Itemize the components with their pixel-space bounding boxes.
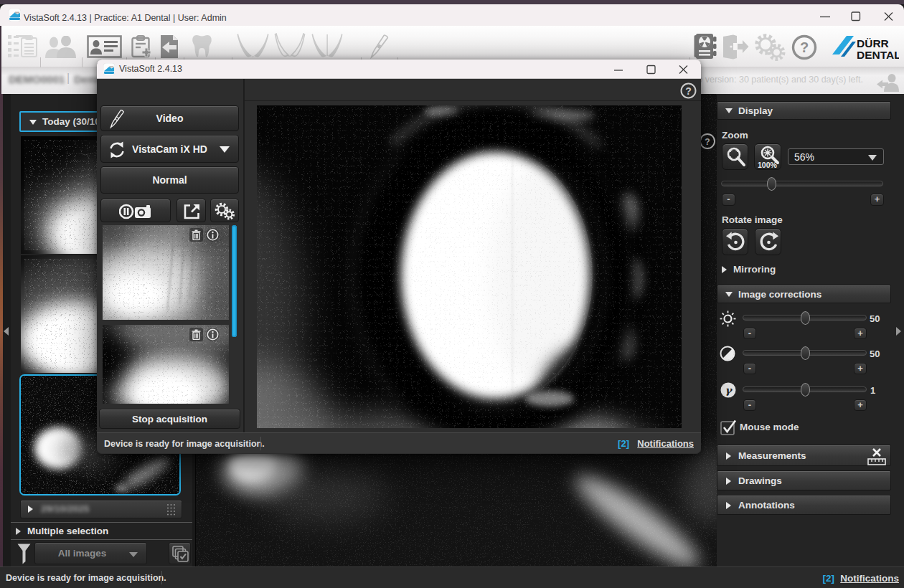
expand-multiple-selection-icon[interactable] [16,528,21,535]
gamma-slider[interactable] [743,387,867,392]
display-panel-header[interactable]: Display [717,101,891,120]
patients-icon[interactable] [44,36,77,58]
status-separator [161,571,162,584]
collapse-group-icon [29,120,37,125]
gears-icon [215,202,236,221]
dialog-notification-count[interactable]: [2] [618,438,629,449]
profile-button[interactable]: Normal [100,166,239,194]
dialog-content: ? Video [97,79,701,454]
zoom-minus-button[interactable]: - [722,194,735,206]
gamma-minus-button[interactable]: - [743,399,756,411]
arch-lower-icon[interactable] [274,33,306,60]
collapse-sidebar-icon[interactable] [4,327,9,336]
main-window-controls[interactable] [816,10,902,23]
drawings-header[interactable]: Drawings [717,470,891,490]
tooth-icon[interactable] [192,34,212,58]
dialog-titlebar[interactable]: VistaSoft 2.4.13 [97,60,701,79]
delete-image-button[interactable] [189,328,203,341]
intraoral-camera-icon[interactable] [367,33,391,60]
expand-mirroring-icon[interactable] [722,266,727,273]
info-icon [207,229,219,241]
brightness-slider[interactable] [743,315,867,321]
captured-image-1[interactable] [103,225,229,320]
live-video-view[interactable] [257,105,682,428]
detach-window-button[interactable] [176,199,206,222]
video-mode-button[interactable]: Video [100,105,239,131]
acquisition-settings-button[interactable] [210,199,239,222]
notifications-link[interactable]: Notifications [840,573,899,584]
gamma-plus-button[interactable]: + [854,399,867,411]
measurements-header[interactable]: Measurements [717,445,891,466]
sidebar-collapse-rail[interactable] [3,94,11,566]
dialog-status-bar: Device is ready for image acquisition. [… [97,432,701,453]
measurements-label: Measurements [738,450,806,461]
contrast-minus-button[interactable]: - [743,363,756,374]
drag-handle-icon[interactable] [166,503,176,516]
close-icon[interactable] [885,13,893,21]
brightness-value: 50 [870,313,880,324]
chevron-down-icon [129,552,138,557]
logout-icon[interactable] [722,34,749,60]
change-user-icon[interactable] [877,74,899,92]
zoom-value-select[interactable]: 56% [788,148,884,165]
image-info-button[interactable] [206,228,220,242]
zoom-slider[interactable] [721,181,883,186]
main-titlebar[interactable]: VistaSoft 2.4.13 | Practice: A1 Dental |… [0,4,904,26]
collapse-image-corrections-icon [725,292,733,297]
collapse-tools-panel-icon[interactable] [896,327,901,336]
clear-measurements-icon[interactable] [866,447,887,465]
patient-record-icon[interactable] [87,35,122,58]
mouse-mode-label[interactable]: Mouse mode [740,422,799,432]
maximize-icon[interactable] [852,12,860,21]
help-icon[interactable]: ? [791,34,817,60]
chevron-down-icon [220,146,230,153]
dialog-close-icon[interactable] [679,66,687,74]
captured-image-2[interactable] [103,325,229,404]
multiple-selection-label[interactable]: Multiple selection [27,526,108,536]
delete-image-button[interactable] [189,228,203,242]
contrast-icon [720,346,735,361]
date-group-header[interactable]: 29/10/2025 [21,501,182,518]
image-corrections-label: Image corrections [738,289,821,300]
import-document-icon[interactable] [159,35,179,58]
multi-select-button[interactable] [169,542,191,564]
stop-acquisition-button[interactable]: Stop acquisition [99,409,240,429]
rotate-ccw-button[interactable] [722,228,748,255]
annotations-header[interactable]: Annotations [717,495,891,515]
brightness-minus-button[interactable]: - [743,328,756,339]
dialog-notifications-link[interactable]: Notifications [637,438,694,449]
pause-snapshot-button[interactable] [100,199,171,222]
mouse-mode-checkbox[interactable] [720,419,738,436]
dialog-maximize-icon[interactable] [647,66,655,74]
notification-count[interactable]: [2] [823,573,835,584]
arch-upper-icon[interactable] [237,33,269,60]
new-entry-icon[interactable] [131,35,153,58]
multi-select-icon [172,546,189,562]
patient-tab-id[interactable]: DEMO0001 [9,73,65,85]
device-select[interactable]: VistaCam iX HD [100,135,239,163]
rotate-cw-button[interactable] [755,228,781,255]
contrast-plus-button[interactable]: + [854,363,867,374]
settings-icon[interactable] [754,33,787,62]
contrast-slider-thumb[interactable] [801,346,810,360]
image-info-button[interactable] [206,328,220,341]
demo-version-notice: Demo version: 30 patient(s) and 30 day(s… [679,75,863,85]
image-filter-select[interactable]: All images [34,542,147,564]
dialog-window-controls[interactable] [610,63,696,76]
brightness-plus-button[interactable]: + [854,328,867,339]
expand-annotations-icon [726,502,731,509]
brightness-slider-thumb[interactable] [801,311,810,325]
zoom-100-button[interactable]: 100% [754,143,781,170]
dialog-help-icon[interactable]: ? [680,82,697,99]
zoom-plus-button[interactable]: + [870,194,884,206]
info-icon [207,328,219,341]
image-corrections-header[interactable]: Image corrections [717,285,891,303]
zoom-fit-button[interactable] [722,143,748,170]
mirroring-label[interactable]: Mirroring [733,264,776,275]
gamma-slider-thumb[interactable] [801,383,810,397]
arch-full-icon[interactable] [311,33,344,60]
xray-journal-icon[interactable] [694,33,717,60]
contrast-slider[interactable] [743,350,867,356]
worklist-icon[interactable] [8,34,39,58]
thumbnails-scrollbar[interactable] [232,225,237,337]
